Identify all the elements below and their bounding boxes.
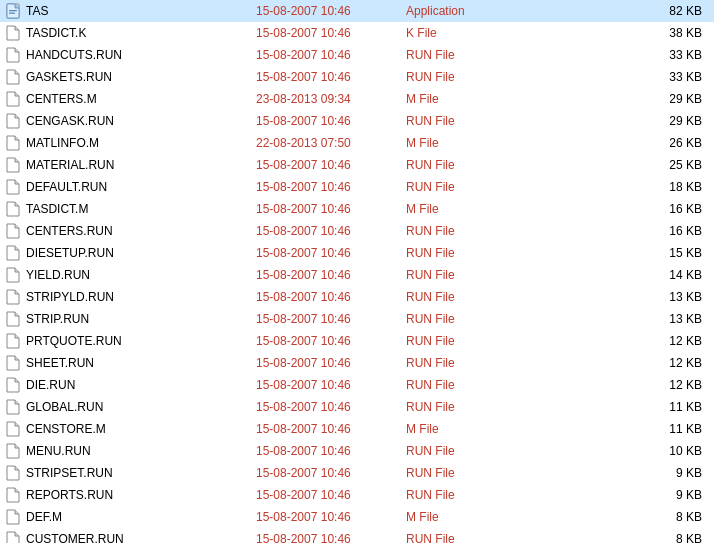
list-item[interactable]: REPORTS.RUN 15-08-2007 10:46 RUN File 9 … (0, 484, 714, 506)
file-date: 15-08-2007 10:46 (256, 4, 406, 18)
file-type: RUN File (406, 290, 536, 304)
list-item[interactable]: STRIP.RUN 15-08-2007 10:46 RUN File 13 K… (0, 308, 714, 330)
file-type: RUN File (406, 158, 536, 172)
list-item[interactable]: TASDICT.M 15-08-2007 10:46 M File 16 KB (0, 198, 714, 220)
file-date: 15-08-2007 10:46 (256, 334, 406, 348)
list-item[interactable]: DEFAULT.RUN 15-08-2007 10:46 RUN File 18… (0, 176, 714, 198)
file-type: RUN File (406, 444, 536, 458)
file-name: REPORTS.RUN (26, 488, 256, 502)
svg-marker-24 (7, 466, 19, 480)
file-type: RUN File (406, 312, 536, 326)
file-name: CENSTORE.M (26, 422, 256, 436)
file-type-icon (4, 222, 22, 240)
file-size: 15 KB (536, 246, 710, 260)
file-type: RUN File (406, 268, 536, 282)
file-type: M File (406, 422, 536, 436)
svg-marker-18 (7, 334, 19, 348)
file-name: TASDICT.K (26, 26, 256, 40)
file-size: 12 KB (536, 334, 710, 348)
file-name: HANDCUTS.RUN (26, 48, 256, 62)
svg-marker-26 (7, 510, 19, 524)
list-item[interactable]: YIELD.RUN 15-08-2007 10:46 RUN File 14 K… (0, 264, 714, 286)
file-type-icon (4, 90, 22, 108)
list-item[interactable]: MATLINFO.M 22-08-2013 07:50 M File 26 KB (0, 132, 714, 154)
file-size: 9 KB (536, 466, 710, 480)
svg-marker-21 (7, 400, 19, 414)
svg-marker-17 (7, 312, 19, 326)
svg-marker-15 (7, 268, 19, 282)
file-date: 15-08-2007 10:46 (256, 466, 406, 480)
svg-marker-16 (7, 290, 19, 304)
list-item[interactable]: DIE.RUN 15-08-2007 10:46 RUN File 12 KB (0, 374, 714, 396)
list-item[interactable]: STRIPYLD.RUN 15-08-2007 10:46 RUN File 1… (0, 286, 714, 308)
file-date: 15-08-2007 10:46 (256, 114, 406, 128)
list-item[interactable]: MENU.RUN 15-08-2007 10:46 RUN File 10 KB (0, 440, 714, 462)
list-item[interactable]: PRTQUOTE.RUN 15-08-2007 10:46 RUN File 1… (0, 330, 714, 352)
file-type: RUN File (406, 180, 536, 194)
file-size: 26 KB (536, 136, 710, 150)
list-item[interactable]: CENSTORE.M 15-08-2007 10:46 M File 11 KB (0, 418, 714, 440)
file-type-icon (4, 134, 22, 152)
file-date: 15-08-2007 10:46 (256, 488, 406, 502)
file-size: 29 KB (536, 92, 710, 106)
list-item[interactable]: TASDICT.K 15-08-2007 10:46 K File 38 KB (0, 22, 714, 44)
file-size: 38 KB (536, 26, 710, 40)
file-size: 14 KB (536, 268, 710, 282)
file-date: 15-08-2007 10:46 (256, 510, 406, 524)
file-size: 9 KB (536, 488, 710, 502)
file-size: 11 KB (536, 422, 710, 436)
svg-marker-25 (7, 488, 19, 502)
svg-marker-7 (7, 92, 19, 106)
file-name: DEFAULT.RUN (26, 180, 256, 194)
file-type-icon (4, 376, 22, 394)
file-type-icon (4, 200, 22, 218)
file-type-icon (4, 244, 22, 262)
list-item[interactable]: DIESETUP.RUN 15-08-2007 10:46 RUN File 1… (0, 242, 714, 264)
svg-marker-5 (7, 48, 19, 62)
list-item[interactable]: SHEET.RUN 15-08-2007 10:46 RUN File 12 K… (0, 352, 714, 374)
svg-marker-14 (7, 246, 19, 260)
file-date: 15-08-2007 10:46 (256, 26, 406, 40)
file-name: CENTERS.M (26, 92, 256, 106)
file-type-icon (4, 332, 22, 350)
file-name: DEF.M (26, 510, 256, 524)
file-type: RUN File (406, 356, 536, 370)
file-type: RUN File (406, 70, 536, 84)
svg-marker-6 (7, 70, 19, 84)
file-size: 13 KB (536, 290, 710, 304)
file-type-icon (4, 2, 22, 20)
file-name: YIELD.RUN (26, 268, 256, 282)
svg-marker-22 (7, 422, 19, 436)
list-item[interactable]: GASKETS.RUN 15-08-2007 10:46 RUN File 33… (0, 66, 714, 88)
file-type-icon (4, 24, 22, 42)
list-item[interactable]: CENTERS.RUN 15-08-2007 10:46 RUN File 16… (0, 220, 714, 242)
file-size: 29 KB (536, 114, 710, 128)
file-size: 13 KB (536, 312, 710, 326)
file-type-icon (4, 398, 22, 416)
file-size: 18 KB (536, 180, 710, 194)
file-name: STRIPSET.RUN (26, 466, 256, 480)
list-item[interactable]: CENTERS.M 23-08-2013 09:34 M File 29 KB (0, 88, 714, 110)
svg-marker-13 (7, 224, 19, 238)
list-item[interactable]: MATERIAL.RUN 15-08-2007 10:46 RUN File 2… (0, 154, 714, 176)
svg-marker-19 (7, 356, 19, 370)
list-item[interactable]: CUSTOMER.RUN 15-08-2007 10:46 RUN File 8… (0, 528, 714, 543)
list-item[interactable]: CENGASK.RUN 15-08-2007 10:46 RUN File 29… (0, 110, 714, 132)
list-item[interactable]: DEF.M 15-08-2007 10:46 M File 8 KB (0, 506, 714, 528)
file-size: 10 KB (536, 444, 710, 458)
svg-marker-12 (7, 202, 19, 216)
list-item[interactable]: HANDCUTS.RUN 15-08-2007 10:46 RUN File 3… (0, 44, 714, 66)
file-type: RUN File (406, 532, 536, 543)
file-type: RUN File (406, 466, 536, 480)
list-item[interactable]: STRIPSET.RUN 15-08-2007 10:46 RUN File 9… (0, 462, 714, 484)
file-type-icon (4, 486, 22, 504)
list-item[interactable]: TAS 15-08-2007 10:46 Application 82 KB (0, 0, 714, 22)
file-date: 15-08-2007 10:46 (256, 246, 406, 260)
file-name: STRIPYLD.RUN (26, 290, 256, 304)
file-name: PRTQUOTE.RUN (26, 334, 256, 348)
file-type-icon (4, 508, 22, 526)
file-date: 23-08-2013 09:34 (256, 92, 406, 106)
list-item[interactable]: GLOBAL.RUN 15-08-2007 10:46 RUN File 11 … (0, 396, 714, 418)
file-type-icon (4, 156, 22, 174)
file-type-icon (4, 530, 22, 543)
